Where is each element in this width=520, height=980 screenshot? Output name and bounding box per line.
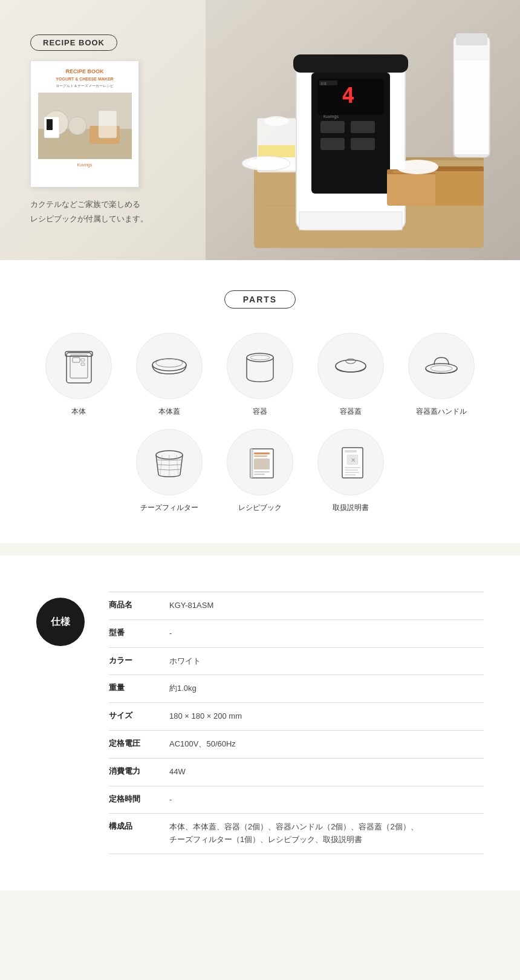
svg-rect-25 [351, 121, 375, 133]
part-item-manual: ✕ 取扱説明書 [311, 429, 390, 513]
spec-key-0: 商品名 [109, 599, 157, 612]
part-label-main-lid: 本体蓋 [158, 407, 180, 417]
svg-rect-72 [345, 469, 358, 471]
spec-key-6: 消費電力 [109, 766, 157, 779]
svg-rect-37 [435, 166, 484, 206]
part-label-manual: 取扱説明書 [333, 503, 369, 513]
recipe-book-subtitle: YOGURT & CHEESE MAKER [56, 77, 113, 81]
svg-point-49 [156, 359, 183, 367]
recipe-book-jp: ヨーグルト＆チーズメーカーレシピ [56, 83, 114, 89]
spec-value-0: KGY-81ASM [169, 599, 213, 612]
part-item-container-lid-handle: 容器蓋ハンドル [402, 333, 481, 417]
svg-rect-71 [345, 467, 360, 468]
spec-row-0: 商品名KGY-81ASM [109, 592, 484, 620]
part-icon-manual: ✕ [317, 429, 384, 495]
svg-rect-62 [254, 452, 270, 454]
spec-key-3: 重量 [109, 682, 157, 695]
svg-rect-63 [254, 456, 267, 457]
part-icon-container-lid-handle [408, 333, 475, 399]
svg-point-55 [431, 365, 452, 371]
svg-rect-5 [99, 111, 117, 138]
part-icon-cheese-filter [136, 429, 203, 495]
svg-rect-24 [320, 121, 345, 133]
svg-rect-38 [435, 166, 484, 171]
part-icon-main-unit [45, 333, 112, 399]
recipe-badge: RECIPE BOOK [30, 34, 117, 51]
part-item-recipe-book: レシピブック [221, 429, 299, 513]
spec-key-2: カラー [109, 655, 157, 668]
part-icon-main-lid [136, 333, 203, 399]
spec-value-4: 180 × 180 × 200 mm [169, 710, 242, 723]
spec-value-2: ホワイト [169, 655, 201, 668]
spec-value-3: 約1.0kg [169, 682, 197, 695]
spec-row-4: サイズ180 × 180 × 200 mm [109, 703, 484, 731]
svg-text:4: 4 [342, 83, 355, 108]
svg-point-53 [346, 359, 356, 364]
part-item-container-lid: 容器蓋 [311, 333, 390, 417]
part-label-container: 容器 [253, 407, 267, 417]
hero-caption-line2: レシピブックが付属しています。 [30, 212, 187, 226]
spec-row-6: 消費電力44W [109, 759, 484, 786]
svg-text:✕: ✕ [351, 457, 356, 463]
parts-section-badge: PARTS [24, 290, 496, 309]
recipe-badge-label: RECIPE BOOK [43, 38, 105, 47]
spec-value-7: - [169, 794, 172, 806]
hero-caption: カクテルなどご家族で楽しめる レシピブックが付属しています。 [30, 197, 187, 226]
svg-rect-46 [81, 359, 85, 361]
parts-grid: 本体 本体蓋 容器 [24, 333, 496, 513]
svg-rect-18 [293, 54, 408, 73]
svg-rect-61 [250, 449, 253, 478]
svg-rect-31 [258, 145, 295, 157]
svg-point-52 [336, 360, 366, 372]
spec-key-7: 定格時間 [109, 794, 157, 806]
svg-rect-65 [254, 471, 270, 472]
hero-right-image: 4 定温 Kuvings [206, 0, 520, 260]
hero-caption-line1: カクテルなどご家族で楽しめる [30, 197, 187, 211]
spec-row-3: 重量約1.0kg [109, 675, 484, 703]
spec-value-1: - [169, 627, 172, 640]
specs-badge-circle: 仕様 [36, 598, 85, 646]
svg-rect-16 [455, 60, 489, 154]
svg-point-41 [248, 158, 284, 168]
spec-key-1: 型番 [109, 627, 157, 640]
spec-row-2: カラーホワイト [109, 648, 484, 676]
svg-rect-27 [351, 138, 375, 150]
spec-key-5: 定格電圧 [109, 738, 157, 751]
svg-rect-64 [254, 459, 270, 469]
svg-rect-44 [65, 351, 93, 356]
hero-section: RECIPE BOOK RECIPE BOOK YOGURT & CHEESE … [0, 0, 520, 260]
svg-point-51 [250, 355, 270, 360]
part-label-container-lid-handle: 容器蓋ハンドル [416, 407, 467, 417]
part-icon-container-lid [317, 333, 384, 399]
spec-row-7: 定格時間- [109, 786, 484, 814]
svg-text:定温: 定温 [320, 82, 327, 85]
recipe-book-img-area [38, 93, 132, 159]
part-label-recipe-book: レシピブック [238, 503, 282, 513]
part-item-container: 容器 [221, 333, 299, 417]
recipe-book-brand: Kuvings [77, 163, 93, 167]
svg-rect-47 [81, 363, 85, 365]
part-item-main-lid: 本体蓋 [130, 333, 209, 417]
svg-rect-73 [345, 472, 359, 473]
svg-point-3 [68, 117, 86, 135]
part-label-cheese-filter: チーズフィルター [140, 503, 198, 513]
parts-label: PARTS [243, 295, 277, 304]
svg-rect-45 [73, 358, 80, 362]
spec-key-8: 構成品 [109, 821, 157, 846]
specs-section: 仕様 商品名KGY-81ASM型番-カラーホワイト重量約1.0kgサイズ180 … [0, 555, 520, 890]
part-label-main-unit: 本体 [71, 407, 86, 417]
spec-row-5: 定格電圧AC100V、50/60Hz [109, 731, 484, 759]
spec-key-4: サイズ [109, 710, 157, 723]
svg-rect-68 [345, 450, 357, 452]
parts-badge-pill: PARTS [224, 290, 296, 309]
hero-left-content: RECIPE BOOK RECIPE BOOK YOGURT & CHEESE … [0, 16, 206, 244]
spec-row-1: 型番- [109, 620, 484, 648]
part-item-main-unit: 本体 [39, 333, 118, 417]
spec-value-5: AC100V、50/60Hz [169, 738, 236, 751]
svg-rect-15 [456, 33, 487, 45]
part-label-container-lid: 容器蓋 [340, 407, 362, 417]
svg-rect-66 [254, 474, 265, 475]
svg-point-39 [396, 160, 438, 174]
recipe-book-title: RECIPE BOOK [65, 68, 103, 76]
part-icon-recipe-book [227, 429, 293, 495]
